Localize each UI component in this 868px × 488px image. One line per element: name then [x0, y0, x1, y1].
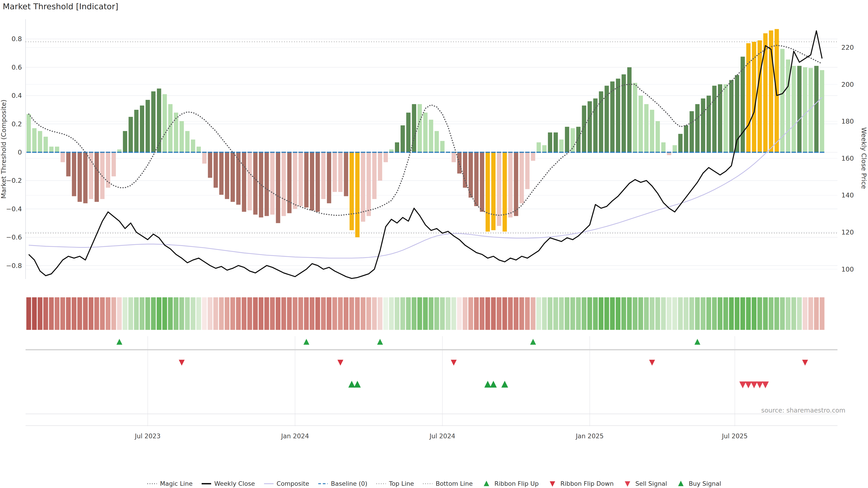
threshold-bars [27, 29, 825, 237]
ribbon-flip-down-icon [649, 360, 655, 365]
threshold-bar [792, 66, 796, 152]
legend-item-top-line[interactable]: Top Line [376, 480, 414, 487]
ribbon-cell [587, 297, 592, 330]
right-axis: 220200180160140120100Weekly Close Price [841, 43, 868, 273]
ribbon-flip-down-icon [451, 360, 457, 365]
ribbon-cell [100, 297, 105, 330]
threshold-bar [270, 152, 275, 215]
threshold-bar [554, 132, 558, 152]
threshold-bar [287, 152, 291, 213]
legend-item-sell-signal[interactable]: Sell Signal [622, 480, 667, 487]
ribbon-cell [678, 297, 683, 330]
ribbon-cell [485, 297, 490, 330]
threshold-bar [55, 147, 59, 152]
baseline-dash [468, 152, 473, 153]
ribbon-cell [258, 297, 264, 330]
ribbon-cell [247, 297, 252, 330]
threshold-bar [502, 152, 507, 232]
ribbon-cell [60, 297, 65, 330]
legend-label: Composite [277, 480, 309, 487]
sell-signal-icon [756, 382, 763, 388]
threshold-bar [367, 152, 371, 216]
baseline-dash [514, 152, 518, 153]
ribbon-cell [179, 297, 184, 330]
threshold-bar [315, 152, 320, 212]
ribbon-cell [434, 297, 439, 330]
threshold-bar [214, 152, 218, 188]
left-tick-label: 0 [18, 149, 22, 156]
sell-signal-icon [739, 382, 746, 388]
ribbon-cell [780, 297, 785, 330]
baseline-dash [610, 152, 615, 153]
baseline-dash [809, 152, 813, 153]
market-threshold-chart[interactable]: 0.80.60.40.20−0.2−0.4−0.6−0.8Market Thre… [0, 0, 868, 488]
legend-item-weekly-close[interactable]: Weekly Close [201, 480, 255, 487]
legend-label: Magic Line [160, 480, 193, 487]
baseline-dash [145, 152, 150, 153]
baseline-dash [202, 152, 207, 153]
right-tick-label: 100 [841, 265, 854, 273]
x-tick-label: Jul 2024 [429, 432, 455, 440]
baseline-dash [599, 152, 603, 153]
legend-item-buy-signal[interactable]: Buy Signal [676, 480, 721, 487]
threshold-bar [333, 152, 337, 192]
ribbon-cell [621, 297, 626, 330]
threshold-bar [440, 141, 445, 152]
threshold-bar [723, 84, 728, 152]
threshold-bar [372, 152, 377, 199]
baseline-dash [621, 152, 626, 153]
sell-signal-legend-marker [622, 481, 633, 487]
baseline-dash [542, 152, 547, 153]
baseline-dash [117, 152, 122, 153]
threshold-bar [758, 40, 762, 152]
threshold-bar [355, 152, 360, 237]
threshold-bar [61, 152, 65, 162]
ribbon-flip-down-icon [179, 360, 185, 365]
threshold-bar [299, 152, 303, 206]
ribbon-cell [819, 297, 825, 330]
baseline-dash [712, 152, 717, 153]
sell-signal-icon [762, 382, 769, 388]
ribbon-cell [383, 297, 388, 330]
ribbon-cell [72, 297, 76, 330]
ribbon-cell [695, 297, 700, 330]
threshold-bar [43, 137, 48, 152]
legend-item-ribbon-flip-up[interactable]: Ribbon Flip Up [481, 480, 539, 487]
threshold-bar [531, 152, 535, 161]
legend-item-composite[interactable]: Composite [264, 480, 309, 487]
legend-item-ribbon-flip-down[interactable]: Ribbon Flip Down [547, 480, 614, 487]
baseline-dash [72, 152, 76, 153]
threshold-bar [803, 67, 807, 152]
legend-label: Baseline (0) [331, 480, 367, 487]
baseline-dash [259, 152, 264, 153]
threshold-bar [491, 152, 495, 230]
baseline-dash [769, 152, 773, 153]
threshold-bar [401, 125, 405, 152]
sell-signal-icon [625, 481, 630, 487]
threshold-bar [684, 125, 688, 152]
ribbon-cell [740, 297, 745, 330]
ribbon-flip-up-icon [116, 339, 122, 345]
ribbon-cell [140, 297, 145, 330]
threshold-bar [321, 152, 326, 199]
legend-item-baseline[interactable]: Baseline (0) [318, 480, 367, 487]
ribbon-cell [627, 297, 632, 330]
legend-item-bottom-line[interactable]: Bottom Line [423, 480, 473, 487]
threshold-bar [304, 152, 309, 207]
threshold-bar [344, 152, 348, 196]
ribbon-cell [633, 297, 638, 330]
ribbon-cell [610, 297, 615, 330]
baseline-dash [463, 152, 467, 153]
ribbon-cell [729, 297, 734, 330]
left-tick-label: 0.8 [11, 35, 22, 43]
baseline-dash [486, 152, 490, 153]
ribbon-cell [650, 297, 654, 330]
ribbon-cell [389, 297, 394, 330]
x-axis: Jul 2023Jan 2024Jul 2024Jan 2025Jul 2025 [134, 432, 747, 440]
threshold-bar [644, 104, 649, 152]
baseline-dash [718, 152, 722, 153]
legend-item-magic-line[interactable]: Magic Line [147, 480, 193, 487]
threshold-bar [565, 127, 569, 152]
baseline-dash [270, 152, 275, 153]
ribbon-cell [689, 297, 694, 330]
